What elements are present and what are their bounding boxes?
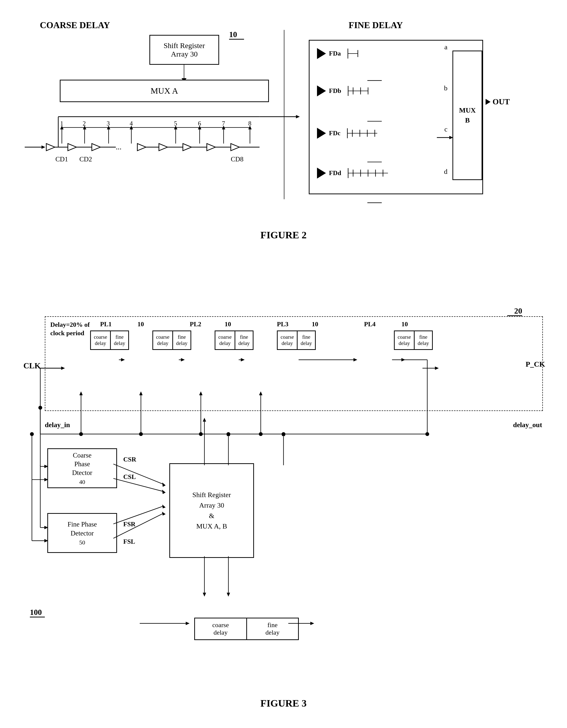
svg-marker-55: [222, 126, 225, 129]
delay-out-label: delay_out: [513, 421, 542, 429]
pl4-label: PL4: [364, 321, 376, 328]
svg-marker-25: [46, 143, 55, 151]
cell5-fine: finedelay: [415, 331, 432, 349]
bottom-output-box: coarsedelay finedelay: [194, 618, 299, 640]
svg-text:CD1: CD1: [55, 155, 68, 163]
svg-marker-143: [227, 593, 230, 596]
svg-text:6: 6: [198, 120, 201, 127]
coarse-num: 40: [79, 479, 85, 485]
label-d: d: [444, 168, 447, 176]
svg-text:CD8: CD8: [231, 155, 244, 163]
cell1-fine: finedelay: [111, 331, 128, 349]
fdb-triangle: [317, 85, 326, 96]
svg-marker-35: [92, 143, 101, 151]
svg-marker-30: [68, 143, 76, 151]
delay-text: Delay=20% of clock period: [50, 321, 90, 337]
fig3-label-20: 20: [514, 306, 522, 316]
out-row: OUT: [486, 97, 510, 106]
delay-cell-3: coarsedelay finedelay: [215, 331, 253, 350]
delay-cell-5: coarsedelay finedelay: [394, 331, 433, 350]
fine-section: a b c d FDa FDb: [309, 40, 483, 194]
fdc-triangle: [317, 128, 326, 139]
svg-text:7: 7: [222, 120, 225, 127]
cell3-coarse: coarsedelay: [215, 331, 235, 349]
cell4-coarse: coarsedelay: [278, 331, 298, 349]
svg-point-91: [79, 432, 83, 436]
svg-point-97: [259, 432, 262, 436]
figure3: 20 Delay=20% of clock period PL1 10 PL2 …: [20, 304, 547, 727]
fda-label: FDa: [329, 50, 341, 57]
fsl-label: FSL: [123, 538, 135, 545]
cell5-coarse: coarsedelay: [395, 331, 415, 349]
fdd-cap: [346, 168, 390, 179]
svg-marker-28: [60, 126, 63, 129]
fig2-coarse-title: COARSE DELAY: [40, 20, 110, 30]
figure3-caption: FIGURE 3: [260, 697, 307, 709]
delay-cell-4: coarsedelay finedelay: [277, 331, 316, 350]
pck-label: P_CK: [526, 360, 545, 368]
svg-marker-56: [231, 143, 240, 151]
fdb-label: FDb: [329, 87, 341, 95]
svg-line-130: [113, 513, 164, 538]
svg-text:1: 1: [60, 120, 63, 127]
svg-marker-52: [207, 143, 216, 151]
svg-point-93: [139, 432, 143, 436]
shift-register-label: Shift RegisterArray 30: [164, 41, 205, 58]
svg-marker-24: [42, 145, 45, 149]
label-c: c: [444, 125, 447, 133]
svg-marker-59: [248, 126, 252, 129]
fig2-fine-title: FINE DELAY: [349, 20, 403, 30]
delay-in-label: delay_in: [45, 421, 70, 429]
svg-marker-43: [130, 126, 133, 129]
svg-text:3: 3: [107, 120, 110, 127]
svg-marker-44: [159, 143, 168, 151]
cell2-fine: finedelay: [173, 331, 190, 349]
num10-4: 10: [401, 321, 408, 328]
fig2-label-10: 10: [229, 30, 237, 39]
fdb-cap: [346, 85, 371, 96]
fig3-underline-20: [507, 315, 522, 316]
svg-text:CD2: CD2: [79, 155, 92, 163]
svg-marker-51: [198, 126, 201, 129]
svg-marker-129: [162, 505, 166, 508]
svg-marker-125: [162, 482, 166, 487]
pl3-label: PL3: [277, 321, 288, 328]
svg-marker-48: [183, 143, 191, 151]
cell2-coarse: coarsedelay: [153, 331, 173, 349]
svg-text:8: 8: [248, 120, 252, 127]
coarse-phase-label: CoarsePhaseDtector: [72, 451, 92, 477]
svg-text:...: ...: [116, 143, 122, 151]
sra-mux-box: Shift RegisterArray 30&MUX A, B: [169, 463, 254, 558]
svg-marker-141: [203, 593, 206, 596]
num10-2: 10: [225, 321, 231, 328]
svg-marker-33: [83, 126, 86, 129]
svg-point-115: [30, 432, 34, 436]
svg-marker-136: [227, 432, 230, 436]
vertical-divider: [284, 30, 284, 199]
svg-text:2: 2: [83, 120, 86, 127]
svg-marker-40: [137, 143, 146, 151]
mux-a-box: MUX A: [60, 80, 269, 102]
figure2: COARSE DELAY FINE DELAY 10 Shift Registe…: [20, 15, 547, 289]
fdb-row: FDb: [317, 85, 371, 96]
pl2-label: PL2: [190, 321, 201, 328]
svg-line-128: [113, 506, 164, 524]
svg-marker-127: [162, 490, 166, 494]
figure2-caption: FIGURE 2: [260, 229, 307, 241]
fig3-underline-100: [30, 617, 45, 617]
cell3-fine: finedelay: [235, 331, 253, 349]
delay-cell-1: coarsedelay finedelay: [90, 331, 129, 350]
fdd-triangle: [317, 168, 326, 179]
mux-b-label: MUX: [459, 106, 476, 114]
fine-phase-label: Fine PhaseDetector: [67, 520, 97, 537]
svg-marker-145: [186, 622, 189, 625]
fig2-underline-10: [229, 39, 244, 40]
delay-cell-2: coarsedelay finedelay: [152, 331, 191, 350]
cell1-coarse: coarsedelay: [91, 331, 111, 349]
fine-num: 50: [79, 539, 85, 546]
csr-label: CSR: [123, 456, 136, 463]
fda-triangle: [317, 48, 326, 59]
fsr-label: FSR: [123, 521, 135, 528]
bottom-fine: finedelay: [247, 618, 298, 639]
svg-marker-147: [310, 622, 314, 625]
